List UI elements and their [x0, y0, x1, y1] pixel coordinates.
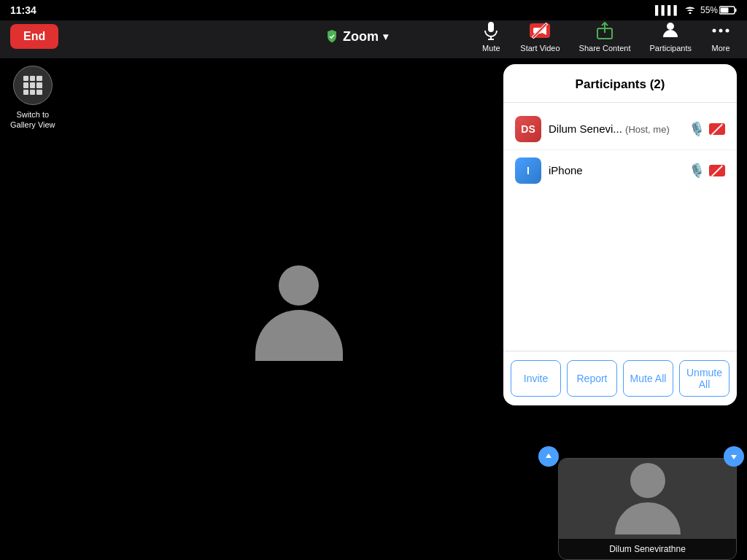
gallery-view-button[interactable]: Switch to Gallery View — [10, 66, 55, 131]
participants-button[interactable]: Participants — [641, 15, 700, 58]
invite-button[interactable]: Invite — [511, 360, 561, 397]
svg-point-12 — [719, 29, 723, 33]
thumbnail-collapse-left-button[interactable] — [538, 446, 559, 467]
shield-icon — [325, 30, 338, 43]
participant-name: Dilum Senevi... (Host, me) — [549, 122, 670, 135]
avatar: DS — [515, 116, 541, 142]
gallery-icon — [13, 66, 53, 105]
participant-icons: 🎙️ — [689, 163, 725, 179]
mute-button[interactable]: Mute — [472, 15, 510, 58]
unmute-all-button[interactable]: Unmute All — [679, 360, 729, 397]
svg-marker-7 — [542, 26, 546, 35]
svg-point-13 — [726, 29, 729, 33]
start-video-button[interactable]: Start Video — [511, 15, 568, 58]
svg-rect-1 — [735, 9, 737, 12]
participants-label: Participants — [650, 44, 692, 52]
svg-rect-3 — [488, 22, 494, 32]
participant-info: iPhone — [541, 164, 689, 177]
thumbnail-label-bar: Dilum Senevirathne — [559, 539, 736, 559]
svg-point-11 — [713, 29, 716, 33]
self-view-thumbnail[interactable]: Dilum Senevirathne — [558, 458, 737, 560]
mic-icon: 🎙️ — [689, 163, 705, 179]
participant-tag: (Host, me) — [625, 124, 670, 135]
signal-icon: ▌▌▌▌ — [655, 5, 680, 15]
svg-marker-14 — [546, 454, 551, 458]
mic-active-icon: 🎙️ — [689, 121, 705, 137]
end-button[interactable]: End — [10, 24, 58, 49]
more-dots-icon — [711, 20, 731, 41]
svg-marker-15 — [731, 455, 737, 459]
mute-all-button[interactable]: Mute All — [623, 360, 673, 397]
avatar: I — [515, 158, 541, 184]
svg-point-10 — [667, 23, 674, 30]
mic-icon — [481, 20, 501, 41]
user-avatar — [255, 265, 343, 353]
participant-info: Dilum Senevi... (Host, me) — [541, 122, 689, 136]
main-content: Switch to Gallery View Participants (2) … — [0, 58, 747, 560]
more-button[interactable]: More — [702, 15, 740, 58]
table-row[interactable]: I iPhone 🎙️ — [503, 150, 737, 191]
battery-icon: 55% — [700, 5, 737, 15]
status-time: 11:34 — [10, 4, 36, 16]
participant-icons: 🎙️ — [689, 121, 725, 137]
video-muted-icon — [709, 123, 725, 135]
person-icon — [660, 20, 681, 41]
participants-panel: Participants (2) DS Dilum Senevi... (Hos… — [503, 64, 737, 405]
panel-footer: Invite Report Mute All Unmute All — [503, 351, 737, 405]
zoom-label: Zoom — [343, 29, 379, 44]
center-user-placeholder — [255, 265, 343, 353]
svg-rect-2 — [721, 8, 729, 13]
video-muted-icon — [709, 165, 725, 176]
thumbnail-avatar — [559, 459, 736, 539]
gallery-view-label: Switch to Gallery View — [10, 109, 55, 131]
more-label: More — [711, 44, 729, 52]
panel-body: DS Dilum Senevi... (Host, me) 🎙️ I iPhon… — [503, 103, 737, 351]
svg-rect-6 — [533, 28, 542, 34]
share-content-label: Share Content — [579, 44, 631, 52]
thumbnail-name: Dilum Senevirathne — [609, 544, 686, 554]
wifi-icon — [684, 5, 696, 16]
mute-label: Mute — [482, 44, 500, 52]
status-icons: ▌▌▌▌ 55% — [655, 5, 737, 16]
share-content-button[interactable]: Share Content — [570, 15, 640, 58]
status-bar: 11:34 ▌▌▌▌ 55% — [0, 0, 747, 20]
thumbnail-expand-right-button[interactable] — [724, 446, 744, 467]
participant-name: iPhone — [549, 164, 583, 176]
report-button[interactable]: Report — [567, 360, 617, 397]
table-row[interactable]: DS Dilum Senevi... (Host, me) 🎙️ — [503, 109, 737, 150]
panel-header: Participants (2) — [503, 64, 737, 103]
start-video-label: Start Video — [520, 44, 560, 52]
panel-title: Participants (2) — [576, 77, 665, 91]
share-icon — [595, 20, 615, 41]
zoom-title-area[interactable]: Zoom ▾ — [325, 29, 388, 44]
video-camera-icon — [530, 20, 550, 41]
chevron-down-icon: ▾ — [383, 31, 388, 42]
